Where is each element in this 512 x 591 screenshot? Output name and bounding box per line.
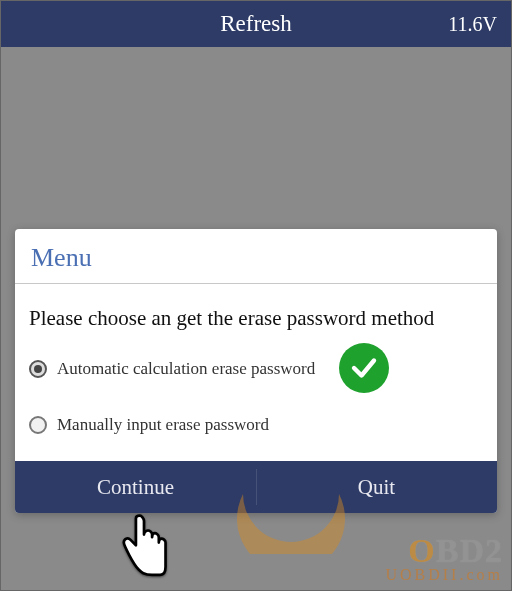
- dialog-prompt: Please choose an get the erase password …: [29, 306, 483, 331]
- radio-selected-icon: [29, 360, 47, 378]
- dialog-title: Menu: [15, 229, 497, 284]
- option-auto-label: Automatic calculation erase password: [57, 359, 315, 379]
- option-manual-label: Manually input erase password: [57, 415, 269, 435]
- option-auto[interactable]: Automatic calculation erase password: [29, 349, 483, 405]
- option-manual[interactable]: Manually input erase password: [29, 405, 483, 453]
- quit-button[interactable]: Quit: [256, 461, 497, 513]
- top-bar-title[interactable]: Refresh: [220, 11, 292, 37]
- checkmark-icon: [339, 343, 389, 393]
- voltage-readout: 11.6V: [448, 1, 497, 47]
- watermark: OBD2 UOBDII.com: [385, 532, 503, 584]
- dialog-body: Please choose an get the erase password …: [15, 284, 497, 461]
- continue-button[interactable]: Continue: [15, 461, 256, 513]
- top-bar: Refresh 11.6V: [1, 1, 511, 47]
- radio-unselected-icon: [29, 416, 47, 434]
- cursor-hand-icon: [117, 513, 171, 583]
- watermark-url: UOBDII.com: [385, 566, 503, 584]
- menu-dialog: Menu Please choose an get the erase pass…: [15, 229, 497, 513]
- watermark-brand: OBD2: [385, 532, 503, 570]
- dialog-footer: Continue Quit: [15, 461, 497, 513]
- app-screen: Refresh 11.6V Menu Please choose an get …: [0, 0, 512, 591]
